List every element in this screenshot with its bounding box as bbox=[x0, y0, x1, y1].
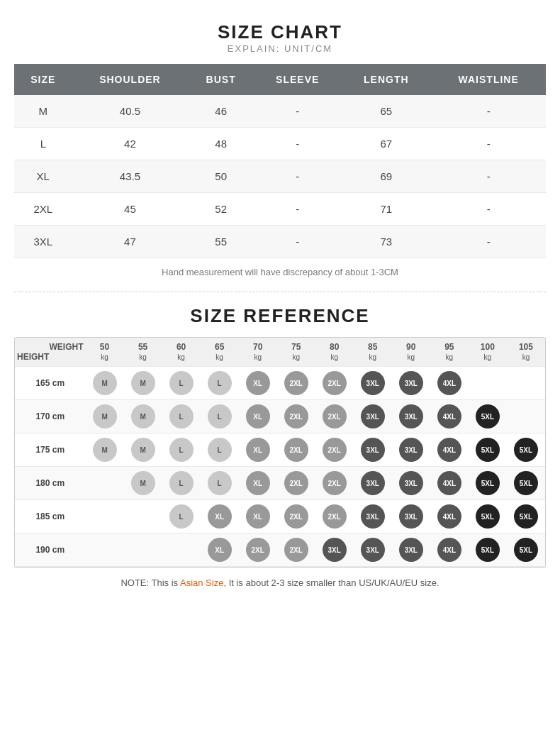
size-cell: XL bbox=[239, 467, 277, 500]
size-cell: M bbox=[124, 433, 162, 467]
weight-col-header: 50kg bbox=[86, 338, 124, 367]
weight-unit: kg bbox=[139, 353, 147, 361]
table-row: XL43.550-69- bbox=[14, 160, 546, 193]
size-ref-title: SIZE REFERENCE bbox=[14, 305, 546, 327]
note-suffix: , It is about 2-3 size smaller than US/U… bbox=[223, 577, 439, 588]
size-cell: 4XL bbox=[430, 367, 469, 400]
size-cell: 5XL bbox=[507, 467, 545, 500]
table-cell: 48 bbox=[188, 128, 254, 160]
size-badge: 5XL bbox=[514, 504, 538, 529]
weight-unit: kg bbox=[101, 353, 108, 361]
size-chart-title: SIZE CHART bbox=[14, 21, 546, 43]
table-cell: 71 bbox=[341, 193, 431, 226]
size-badge: M bbox=[93, 438, 117, 462]
size-cell: L bbox=[162, 367, 201, 400]
size-chart-subtitle: EXPLAIN: UNIT/CM bbox=[14, 43, 546, 54]
size-badge: 3XL bbox=[399, 471, 423, 495]
ref-table-row: 170 cmMMLLXL2XL2XL3XL3XL4XL5XL bbox=[15, 400, 545, 433]
size-badge: 3XL bbox=[361, 504, 385, 529]
size-cell: 3XL bbox=[354, 367, 392, 400]
size-badge: 2XL bbox=[323, 504, 347, 529]
size-cell: L bbox=[162, 400, 201, 433]
size-reference-table-wrapper: WEIGHTHEIGHT50kg55kg60kg65kg70kg75kg80kg… bbox=[14, 337, 546, 568]
table-cell: 2XL bbox=[14, 193, 72, 226]
size-badge: 4XL bbox=[437, 371, 461, 395]
size-cell: 3XL bbox=[392, 533, 430, 567]
size-cell: 2XL bbox=[277, 400, 315, 433]
height-cell: 165 cm bbox=[15, 367, 86, 400]
size-cell: 2XL bbox=[277, 433, 315, 467]
table-cell: - bbox=[254, 128, 341, 160]
size-badge: 2XL bbox=[323, 371, 347, 395]
size-cell: 3XL bbox=[354, 433, 392, 467]
size-badge: 2XL bbox=[323, 404, 347, 428]
size-badge: 2XL bbox=[284, 438, 308, 462]
ref-table-row: 175 cmMMLLXL2XL2XL3XL3XL4XL5XL5XL bbox=[15, 433, 545, 467]
size-badge: L bbox=[169, 404, 194, 428]
size-cell: M bbox=[124, 400, 162, 433]
table-cell: L bbox=[14, 128, 72, 160]
size-cell: 4XL bbox=[430, 533, 469, 567]
size-badge: 5XL bbox=[476, 438, 500, 462]
size-badge: L bbox=[208, 438, 232, 462]
weight-unit: kg bbox=[446, 353, 454, 361]
size-cell: 2XL bbox=[315, 500, 354, 533]
size-cell: 3XL bbox=[392, 500, 430, 533]
size-cell: L bbox=[162, 433, 201, 467]
size-cell bbox=[124, 500, 162, 533]
weight-value: 100 bbox=[481, 342, 495, 352]
size-badge: XL bbox=[208, 538, 232, 562]
size-badge: 3XL bbox=[361, 438, 385, 462]
size-cell: 3XL bbox=[354, 500, 392, 533]
size-cell: L bbox=[201, 367, 239, 400]
table-cell: 73 bbox=[341, 226, 431, 258]
weight-unit: kg bbox=[215, 353, 223, 361]
table-cell: 52 bbox=[188, 193, 254, 226]
size-badge: L bbox=[169, 471, 194, 495]
size-badge: 5XL bbox=[476, 538, 500, 562]
size-cell: 5XL bbox=[507, 500, 545, 533]
height-cell: 170 cm bbox=[15, 400, 86, 433]
size-badge: 5XL bbox=[476, 471, 500, 495]
table-cell: - bbox=[431, 95, 546, 128]
table-cell: 67 bbox=[341, 128, 431, 160]
size-cell: L bbox=[201, 400, 239, 433]
weight-value: 60 bbox=[177, 342, 186, 352]
weight-col-header: 105kg bbox=[507, 338, 545, 367]
size-badge: 2XL bbox=[284, 471, 308, 495]
size-badge: XL bbox=[246, 471, 270, 495]
size-table-header-bust: BUST bbox=[188, 64, 254, 95]
size-badge: 2XL bbox=[284, 504, 308, 529]
table-cell: 69 bbox=[341, 160, 431, 193]
size-badge: XL bbox=[246, 438, 270, 462]
table-cell: - bbox=[431, 226, 546, 258]
table-cell: - bbox=[254, 160, 341, 193]
discrepancy-note: Hand measurement will have discrepancy o… bbox=[14, 267, 546, 277]
size-cell: 2XL bbox=[315, 467, 354, 500]
size-badge: M bbox=[93, 404, 117, 428]
table-cell: 45 bbox=[72, 193, 189, 226]
size-badge: 5XL bbox=[514, 538, 538, 562]
weight-label: WEIGHT bbox=[17, 342, 84, 352]
ref-table-row: 180 cmMLLXL2XL2XL3XL3XL4XL5XL5XL bbox=[15, 467, 545, 500]
size-cell: 2XL bbox=[277, 533, 315, 567]
size-cell: 4XL bbox=[430, 433, 469, 467]
size-badge: XL bbox=[208, 504, 232, 529]
size-badge: 3XL bbox=[399, 438, 423, 462]
weight-col-header: 75kg bbox=[277, 338, 315, 367]
size-cell: 2XL bbox=[277, 500, 315, 533]
size-badge: 3XL bbox=[361, 471, 385, 495]
ref-table-row: 165 cmMMLLXL2XL2XL3XL3XL4XL bbox=[15, 367, 545, 400]
height-label: HEIGHT bbox=[17, 352, 84, 362]
size-badge: L bbox=[169, 438, 194, 462]
table-cell: 3XL bbox=[14, 226, 72, 258]
table-cell: XL bbox=[14, 160, 72, 193]
size-badge: L bbox=[169, 504, 194, 529]
weight-col-header: 95kg bbox=[430, 338, 469, 367]
size-cell: L bbox=[162, 467, 201, 500]
size-badge: 2XL bbox=[284, 538, 308, 562]
size-cell: 4XL bbox=[430, 400, 469, 433]
size-cell: 2XL bbox=[239, 533, 277, 567]
size-cell: 2XL bbox=[315, 367, 354, 400]
weight-col-header: 70kg bbox=[239, 338, 277, 367]
